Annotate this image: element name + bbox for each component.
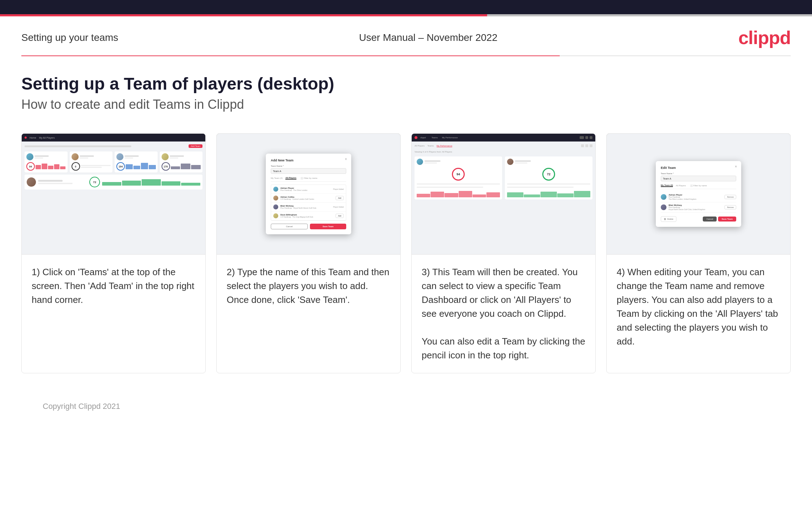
modal-tab-filter[interactable]: Filter by name (301, 177, 317, 180)
modal-player-item: Adrian Coliba 1.5 Handicap · Central Lon… (271, 194, 346, 203)
copyright-text: Copyright Clippd 2021 (43, 402, 120, 411)
screenshot-3: clippd Teams My Performance All Players (412, 134, 595, 255)
footer: Copyright Clippd 2021 (21, 395, 791, 418)
card-2-text: 2) Type the name of this Team and then s… (217, 255, 400, 373)
add-player-button-4[interactable]: Add (336, 214, 344, 218)
edit-player-avatar-1 (661, 194, 666, 200)
screenshot-2: Add New Team × Team Name * Team A My Tea… (217, 134, 400, 255)
add-team-modal: Add New Team × Team Name * Team A My Tea… (266, 154, 351, 234)
modal-delete-button[interactable]: 🗑 Delete (661, 216, 676, 222)
card-1: Home My All Players Add Team (21, 133, 206, 373)
modal-add-name-label: Team Name * (271, 165, 346, 167)
player-avatar-3 (273, 204, 278, 209)
modal-add-close[interactable]: × (345, 157, 347, 161)
card-3-text: 3) This Team will then be created. You c… (412, 255, 595, 373)
header: Setting up your teams User Manual – Nove… (0, 16, 812, 55)
header-left-text: Setting up your teams (21, 32, 118, 43)
player-action-1: Player Added (333, 188, 344, 190)
card-3-text-main: 3) This Team will then be created. You c… (422, 267, 585, 361)
modal-edit-name-label: Team Name * (661, 172, 736, 175)
player-avatar-1 (273, 187, 278, 192)
modal-edit-name-input[interactable]: Team A (661, 176, 736, 181)
trash-icon: 🗑 (664, 218, 666, 220)
edit-player-location-1: The Shire London, United Kingdom (669, 198, 696, 200)
delete-label: Delete (667, 218, 673, 220)
modal-save-button[interactable]: Save Team (310, 224, 346, 229)
page-title: Setting up a Team of players (desktop) (21, 74, 791, 94)
remove-player-button-2[interactable]: Remove (724, 205, 736, 209)
player-info-2: Adrian Coliba 1.5 Handicap · Central Lon… (280, 196, 333, 200)
page-subtitle: How to create and edit Teams in Clippd (21, 97, 791, 112)
edit-team-modal: Edit Team × Team Name * Team A My Team (… (656, 161, 741, 227)
card-4-text: 4) When editing your Team, you can chang… (607, 255, 790, 373)
modal-edit-save-button[interactable]: Save Team (718, 217, 736, 222)
main-content: Setting up a Team of players (desktop) H… (0, 56, 812, 432)
player-info-4: Dave Billingham 1.5 Handicap · The Gog M… (280, 214, 333, 218)
edit-player-avatar-2 (661, 204, 666, 210)
edit-player-item-2: Blair McHarg Plus Handicap Royal North D… (661, 202, 736, 213)
edit-player-location-2: Royal North Devon Golf Club, United King… (669, 208, 705, 210)
player-avatar-2 (273, 196, 278, 201)
modal-player-item: Adrian Player Plus Handicap · The Shire … (271, 185, 346, 194)
modal-edit-footer: 🗑 Delete Cancel Save Team (661, 216, 736, 222)
modal-edit-cancel-button[interactable]: Cancel (703, 217, 717, 222)
modal-footer: Cancel Save Team (271, 224, 346, 229)
edit-player-list: Adrian Player Plus Handicap The Shire Lo… (661, 192, 736, 213)
modal-edit-tab-allplayers[interactable]: All Players (676, 185, 686, 187)
modal-player-list: Adrian Player Plus Handicap · The Shire … (271, 185, 346, 221)
add-player-button-2[interactable]: Add (336, 196, 344, 200)
remove-player-button-1[interactable]: Remove (724, 195, 736, 199)
header-center-text: User Manual – November 2022 (359, 32, 497, 43)
modal-tab-myteam[interactable]: My Team (2) (271, 177, 283, 179)
player-info-3: Blair McHarg Plus Handicap · Royal North… (280, 205, 331, 209)
modal-add-title: Add New Team (271, 159, 346, 162)
screenshot-1: Home My All Players Add Team (22, 134, 205, 255)
modal-edit-tab-myteam[interactable]: My Team (2) (661, 184, 673, 187)
modal-add-name-input[interactable]: Team A (271, 168, 346, 174)
modal-cancel-button[interactable]: Cancel (271, 224, 308, 229)
modal-tab-allplayers[interactable]: All Players (285, 177, 296, 180)
player-info-1: Adrian Player Plus Handicap · The Shire … (280, 187, 331, 191)
player-avatar-4 (273, 213, 278, 218)
modal-edit-tab-filter[interactable]: Filter by name (690, 185, 707, 187)
player-action-3: Player Added (333, 206, 344, 208)
card-2: Add New Team × Team Name * Team A My Tea… (216, 133, 401, 373)
edit-player-info-1: Adrian Player Plus Handicap The Shire Lo… (669, 194, 696, 200)
card-4: Edit Team × Team Name * Team A My Team (… (606, 133, 791, 373)
edit-player-info-2: Blair McHarg Plus Handicap Royal North D… (669, 204, 705, 210)
player-detail-4: 1.5 Handicap · The Gog Magog Golf Club (280, 216, 333, 218)
top-bar (0, 0, 812, 14)
player-detail-1: Plus Handicap · The Shire London (280, 189, 331, 191)
modal-edit-tabs: My Team (2) All Players Filter by name (661, 184, 736, 189)
player-detail-2: 1.5 Handicap · Central London Golf Centr… (280, 198, 333, 200)
player-detail-3: Plus Handicap · Royal North Devon Golf C… (280, 207, 331, 209)
modal-edit-close[interactable]: × (735, 165, 737, 169)
card-1-text: 1) Click on 'Teams' at the top of the sc… (22, 255, 205, 373)
modal-edit-title: Edit Team (661, 166, 736, 170)
clippd-logo: clippd (738, 27, 791, 48)
modal-player-item: Blair McHarg Plus Handicap · Royal North… (271, 203, 346, 212)
screenshot-4: Edit Team × Team Name * Team A My Team (… (607, 134, 790, 255)
card-3: clippd Teams My Performance All Players (411, 133, 596, 373)
cards-grid: Home My All Players Add Team (21, 133, 791, 373)
edit-player-item-1: Adrian Player Plus Handicap The Shire Lo… (661, 192, 736, 202)
modal-add-tabs: My Team (2) All Players Filter by name (271, 177, 346, 182)
modal-player-item: Dave Billingham 1.5 Handicap · The Gog M… (271, 212, 346, 220)
